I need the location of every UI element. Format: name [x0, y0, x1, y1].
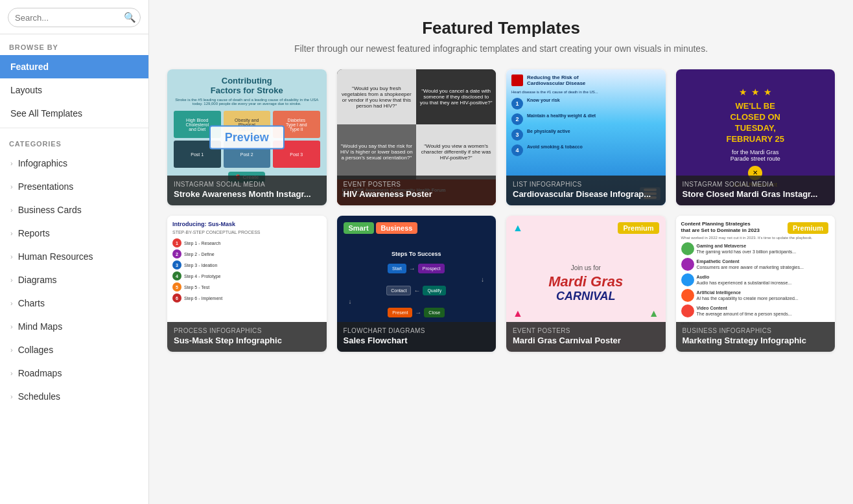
template-card-hiv[interactable]: "Would you buy fresh vegetables from a s… [337, 69, 497, 205]
sidebar-item-featured[interactable]: Featured [0, 55, 148, 78]
sidebar-item-infographics[interactable]: › Infographics [0, 152, 148, 175]
premium-badge: Premium [618, 222, 659, 234]
chevron-right-icon: › [10, 183, 13, 190]
card-category: Flowchart Diagrams [344, 327, 490, 334]
card-footer-hiv: Event Posters HIV Awareness Poster [337, 176, 497, 205]
business-badge: Business [376, 222, 418, 234]
card-footer-carnival: Event Posters Mardi Gras Carnival Poster [506, 322, 666, 352]
card-title: Store Closed Mardi Gras Instagr... [683, 189, 829, 199]
charts-label: Charts [18, 298, 45, 308]
presentations-label: Presentations [18, 181, 74, 192]
search-input[interactable] [15, 13, 124, 23]
template-card-marketing[interactable]: Content Planning Strategiesthat are Set … [676, 216, 835, 352]
sidebar-item-presentations[interactable]: › Presentations [0, 175, 148, 198]
roadmaps-label: Roadmaps [18, 368, 62, 378]
template-grid: ContributingFactors for Stroke Stroke is… [167, 69, 835, 352]
chevron-right-icon: › [10, 159, 13, 167]
smart-badge: Smart [344, 222, 374, 234]
card-category: Process Infographics [174, 327, 320, 334]
chevron-right-icon: › [10, 276, 13, 284]
collages-label: Collages [18, 345, 53, 355]
template-card-stroke[interactable]: ContributingFactors for Stroke Stroke is… [167, 69, 327, 205]
sidebar-item-charts[interactable]: › Charts [0, 292, 148, 315]
sidebar-item-see-all[interactable]: See All Templates [0, 102, 148, 125]
template-card-mardi-closed[interactable]: ★ ★ ★ WE'LL BECLOSED ONTUESDAY,FEBRUARY … [676, 69, 835, 205]
search-button[interactable]: 🔍 [124, 12, 136, 23]
business-cards-label: Business Cards [18, 205, 82, 215]
sidebar-item-business-cards[interactable]: › Business Cards [0, 198, 148, 222]
template-card-susmask[interactable]: Introducing: Sus-Mask STEP-BY-STEP CONCE… [167, 216, 327, 352]
card-footer-cardio: List Infographics Cardiovascular Disease… [506, 176, 666, 205]
see-all-label: See All Templates [10, 108, 82, 119]
card-title: Marketing Strategy Infographic [683, 336, 829, 345]
layouts-label: Layouts [10, 85, 42, 95]
sidebar-item-collages[interactable]: › Collages [0, 338, 148, 361]
reports-label: Reports [18, 228, 50, 238]
card-title: Sales Flowchart [344, 336, 490, 345]
card-footer-sales: Flowchart Diagrams Sales Flowchart [337, 322, 497, 352]
card-title: Sus-Mask Step Infographic [174, 336, 320, 345]
card-category: Business Infographics [683, 327, 829, 334]
schedules-label: Schedules [18, 391, 60, 402]
infographics-label: Infographics [18, 158, 67, 168]
card-footer-stroke: Instagram Social Media Stroke Awareness … [167, 176, 327, 205]
sidebar-item-schedules[interactable]: › Schedules [0, 385, 148, 408]
chevron-right-icon: › [10, 206, 13, 214]
card-title: Stroke Awareness Month Instagr... [174, 189, 320, 199]
premium-badge: Premium [788, 222, 828, 234]
card-category: Instagram Social Media [174, 181, 320, 188]
template-card-cardio[interactable]: Reducing the Risk ofCardiovascular Disea… [506, 69, 666, 205]
sidebar-item-diagrams[interactable]: › Diagrams [0, 268, 148, 292]
chevron-right-icon: › [10, 229, 13, 237]
sidebar-item-human-resources[interactable]: › Human Resources [0, 245, 148, 268]
card-title: HIV Awareness Poster [344, 189, 490, 199]
card-title: Mardi Gras Carnival Poster [513, 336, 659, 345]
diagrams-label: Diagrams [18, 275, 57, 285]
sidebar-divider [0, 128, 148, 128]
chevron-right-icon: › [10, 369, 13, 377]
categories-label: CATEGORIES [0, 131, 148, 152]
card-footer-susmask: Process Infographics Sus-Mask Step Infog… [167, 322, 327, 352]
card-title: Cardiovascular Disease Infograp... [513, 189, 659, 199]
chevron-right-icon: › [10, 393, 13, 400]
card-category: Event Posters [513, 327, 659, 334]
human-resources-label: Human Resources [18, 251, 93, 262]
sidebar-item-mind-maps[interactable]: › Mind Maps [0, 315, 148, 338]
card-category: Instagram Social Media [683, 181, 829, 188]
featured-label: Featured [10, 62, 49, 72]
sidebar-item-reports[interactable]: › Reports [0, 222, 148, 245]
sidebar-item-layouts[interactable]: Layouts [0, 78, 148, 102]
browse-by-label: BROWSE BY [0, 34, 148, 55]
sidebar: 🔍 BROWSE BY Featured Layouts See All Tem… [0, 0, 149, 504]
search-section: 🔍 [0, 0, 148, 34]
template-card-carnival[interactable]: ▲ ▲ ▲ ▲ Join us for Mardi Gras CARNIVAL … [506, 216, 666, 352]
page-title: Featured Templates [167, 18, 835, 38]
card-footer-mardi-closed: Instagram Social Media Store Closed Mard… [676, 176, 835, 205]
card-category: List Infographics [513, 181, 659, 188]
search-icon: 🔍 [124, 12, 136, 23]
sidebar-item-roadmaps[interactable]: › Roadmaps [0, 361, 148, 385]
chevron-right-icon: › [10, 253, 13, 260]
card-footer-marketing: Business Infographics Marketing Strategy… [676, 322, 835, 352]
template-card-sales[interactable]: Steps To Success Start → Prospect ↓ Cont… [337, 216, 497, 352]
search-wrap: 🔍 [8, 8, 141, 27]
page-subtitle: Filter through our newest featured infog… [167, 43, 835, 54]
card-category: Event Posters [344, 181, 490, 188]
chevron-right-icon: › [10, 323, 13, 330]
chevron-right-icon: › [10, 346, 13, 354]
mind-maps-label: Mind Maps [18, 321, 62, 332]
main-content: Featured Templates Filter through our ne… [149, 0, 853, 504]
chevron-right-icon: › [10, 299, 13, 307]
